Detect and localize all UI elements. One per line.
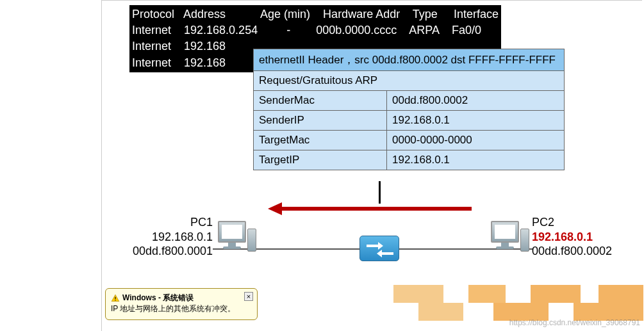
packet-stem <box>379 181 381 204</box>
warning-icon <box>111 294 120 303</box>
pc2-icon <box>491 221 529 253</box>
arp-type: Request/Gratuitous ARP <box>254 71 564 90</box>
pc2-label: PC2 192.168.0.1 00dd.f800.0002 <box>532 215 612 259</box>
sender-mac-value: 00dd.f800.0002 <box>387 91 564 110</box>
arp-row-3: Internet 192.168 <box>132 56 226 69</box>
sender-mac-label: SenderMac <box>254 91 387 110</box>
pc1-icon <box>218 221 256 253</box>
target-mac-label: TargetMac <box>254 131 387 150</box>
svg-marker-1 <box>377 250 393 257</box>
sender-ip-label: SenderIP <box>254 111 387 130</box>
close-icon[interactable]: × <box>244 292 253 301</box>
watermark: https://blog.csdn.net/weixin_39068791 <box>509 318 640 327</box>
pc2-name: PC2 <box>532 215 612 230</box>
pc1-label: PC1 192.168.0.1 00dd.f800.0001 <box>110 215 213 259</box>
pc1-ip: 192.168.0.1 <box>110 230 213 245</box>
sender-ip-value: 192.168.0.1 <box>387 111 564 130</box>
svg-rect-4 <box>115 300 115 300</box>
svg-marker-0 <box>367 242 383 250</box>
dialog-body: IP 地址与网络上的其他系统有冲突。 <box>111 303 252 314</box>
pc2-ip: 192.168.0.1 <box>532 230 612 245</box>
dialog-title: Windows - 系统错误 <box>122 293 194 303</box>
svg-rect-3 <box>115 296 115 299</box>
arp-header: Protocol Address Age (min) Hardware Addr… <box>132 8 499 20</box>
error-dialog: × Windows - 系统错误 IP 地址与网络上的其他系统有冲突。 <box>105 288 258 320</box>
packet-detail: ethernetII Header，src 00dd.f800.0002 dst… <box>253 49 565 170</box>
target-ip-label: TargetIP <box>254 150 387 170</box>
pc1-name: PC1 <box>110 215 213 230</box>
target-mac-value: 0000-0000-0000 <box>387 131 564 150</box>
direction-arrow <box>268 202 472 215</box>
arp-row-1: Internet 192.168.0.254 - 000b.0000.cccc … <box>132 24 481 36</box>
eth-header: ethernetII Header，src 00dd.f800.0002 dst… <box>254 49 564 70</box>
target-ip-value: 192.168.0.1 <box>387 150 564 170</box>
arp-row-2: Internet 192.168 <box>132 40 226 52</box>
switch-icon <box>359 236 399 261</box>
pc1-mac: 00dd.f800.0001 <box>110 244 213 259</box>
pc2-mac: 00dd.f800.0002 <box>532 244 612 259</box>
mosaic-overlay <box>393 285 643 321</box>
